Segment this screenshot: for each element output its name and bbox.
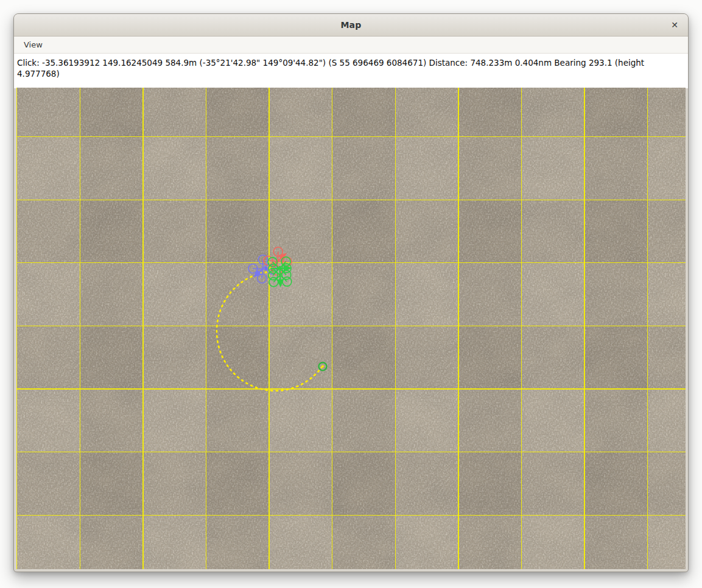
status-bar: Click: -35.36193912 149.16245049 584.9m … xyxy=(14,54,688,88)
close-button[interactable]: ✕ xyxy=(671,21,678,29)
menu-item-view[interactable]: View xyxy=(19,38,47,51)
flight-path-trail xyxy=(217,272,323,391)
map-canvas[interactable] xyxy=(16,88,686,569)
flight-end-marker xyxy=(319,363,327,371)
map-overlay xyxy=(16,88,686,569)
status-line-2: 4.977768) xyxy=(17,68,688,79)
status-line-1: Click: -35.36193912 149.16245049 584.9m … xyxy=(17,57,688,68)
map-window: Map ✕ View Click: -35.36193912 149.16245… xyxy=(13,13,689,572)
window-title: Map xyxy=(340,20,361,30)
title-bar[interactable]: Map ✕ xyxy=(14,14,688,37)
menu-bar: View xyxy=(14,37,688,54)
